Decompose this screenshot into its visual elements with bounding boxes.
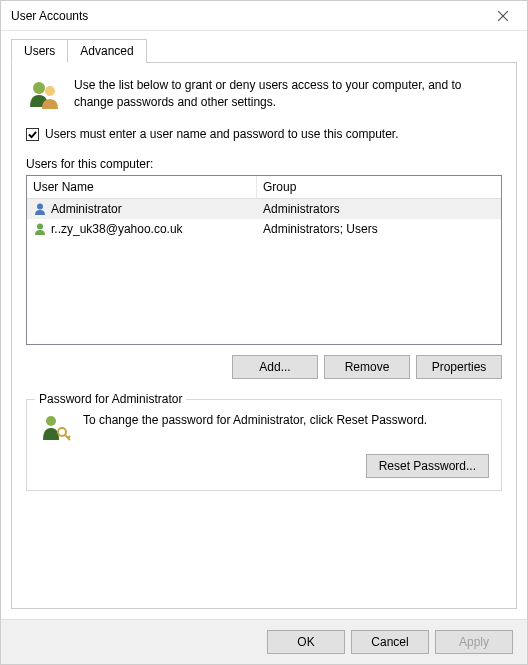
table-row[interactable]: Administrator Administrators xyxy=(27,199,501,219)
require-login-checkbox[interactable] xyxy=(26,128,39,141)
tab-advanced[interactable]: Advanced xyxy=(68,39,146,63)
close-button[interactable] xyxy=(483,2,523,30)
password-group-title: Password for Administrator xyxy=(35,392,186,406)
cell-group: Administrators xyxy=(257,200,501,218)
intro-section: Use the list below to grant or deny user… xyxy=(26,77,502,113)
svg-point-2 xyxy=(33,82,45,94)
svg-point-7 xyxy=(58,428,66,436)
cell-username: Administrator xyxy=(27,200,257,218)
column-header-group[interactable]: Group xyxy=(257,176,501,198)
listview-header: User Name Group xyxy=(27,176,501,199)
password-text: To change the password for Administrator… xyxy=(83,412,489,429)
user-button-row: Add... Remove Properties xyxy=(26,355,502,379)
table-row[interactable]: r..zy_uk38@yahoo.co.uk Administrators; U… xyxy=(27,219,501,239)
dialog-footer: OK Cancel Apply xyxy=(1,619,527,664)
svg-point-6 xyxy=(46,416,56,426)
password-groupbox: Password for Administrator To change the… xyxy=(26,399,502,491)
window-title: User Accounts xyxy=(11,9,88,23)
reset-password-button[interactable]: Reset Password... xyxy=(366,454,489,478)
apply-button[interactable]: Apply xyxy=(435,630,513,654)
password-button-row: Reset Password... xyxy=(39,454,489,478)
add-button[interactable]: Add... xyxy=(232,355,318,379)
titlebar: User Accounts xyxy=(1,1,527,31)
tab-panel-users: Use the list below to grant or deny user… xyxy=(11,62,517,609)
user-accounts-window: User Accounts Users Advanced Use the lis… xyxy=(0,0,528,665)
listview-body: Administrator Administrators r..zy_uk38@… xyxy=(27,199,501,239)
content-area: Users Advanced Use the list below to gra… xyxy=(1,31,527,619)
require-login-label: Users must enter a user name and passwor… xyxy=(45,127,399,141)
tab-users[interactable]: Users xyxy=(11,39,68,63)
user-icon xyxy=(33,222,47,236)
ok-button[interactable]: OK xyxy=(267,630,345,654)
column-header-username[interactable]: User Name xyxy=(27,176,257,198)
intro-text: Use the list below to grant or deny user… xyxy=(74,77,502,113)
svg-point-3 xyxy=(45,86,55,96)
svg-point-4 xyxy=(37,204,43,210)
cancel-button[interactable]: Cancel xyxy=(351,630,429,654)
users-listview[interactable]: User Name Group Administrator Administra… xyxy=(26,175,502,345)
properties-button[interactable]: Properties xyxy=(416,355,502,379)
require-login-row: Users must enter a user name and passwor… xyxy=(26,127,502,141)
cell-group: Administrators; Users xyxy=(257,220,501,238)
svg-point-5 xyxy=(37,224,43,230)
password-row: To change the password for Administrator… xyxy=(39,412,489,444)
cell-username-text: Administrator xyxy=(51,202,122,216)
user-icon xyxy=(33,202,47,216)
user-key-icon xyxy=(39,412,71,444)
svg-line-9 xyxy=(68,436,70,438)
users-list-label: Users for this computer: xyxy=(26,157,502,171)
tab-bar: Users Advanced xyxy=(11,39,517,63)
cell-username-text: r..zy_uk38@yahoo.co.uk xyxy=(51,222,183,236)
remove-button[interactable]: Remove xyxy=(324,355,410,379)
users-icon xyxy=(26,77,62,113)
cell-username: r..zy_uk38@yahoo.co.uk xyxy=(27,220,257,238)
